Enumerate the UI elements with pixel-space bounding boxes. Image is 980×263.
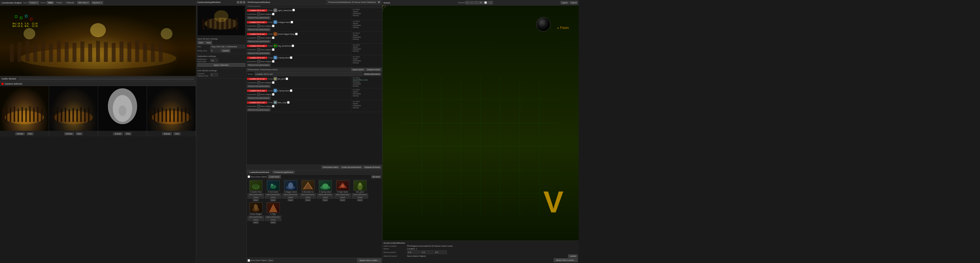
unload-btn-7[interactable]: Unload [352, 196, 368, 199]
url-input[interactable] [210, 45, 245, 48]
camera-thumb-img-3[interactable] [98, 86, 147, 131]
prefab-checkbox-1[interactable] [293, 9, 295, 11]
bottom-select-btn[interactable]: Select [268, 259, 274, 262]
add-to-perf-btn-3[interactable]: Add to performance [282, 193, 299, 196]
window-close[interactable]: × [243, 1, 245, 3]
unload-btn-9[interactable]: Unload [265, 218, 281, 221]
unload-btn-8[interactable]: Unload [248, 218, 264, 221]
delete-perf-btn[interactable]: Delete performance [363, 73, 381, 75]
tool-1[interactable]: ⬚ [465, 1, 469, 4]
by-name-btn[interactable]: By Name [371, 175, 381, 178]
select-btn-7[interactable]: Select [357, 199, 363, 201]
scene-viewport[interactable]: V Y X -X [382, 6, 579, 241]
inst-check-1[interactable] [272, 13, 275, 15]
tool-6[interactable]: ⬛ [488, 1, 493, 4]
sub-inst-check-3[interactable] [272, 105, 275, 107]
spawn-new-location-btn[interactable]: Spawn New Locatio... [357, 258, 381, 262]
remove-btn-1[interactable]: Remove from performance [247, 16, 270, 19]
camera-3-view[interactable]: View [124, 132, 131, 135]
remove-btn-4[interactable]: Remove from performance [247, 52, 270, 54]
window-maximize[interactable]: □ [240, 1, 242, 3]
unload-btn-6[interactable]: Unload [334, 196, 351, 199]
despawn-assets-btn[interactable]: Despawn assets [366, 68, 381, 71]
ref-point-input[interactable] [210, 59, 218, 62]
spawn-assets-btn[interactable]: Spawn assets [351, 68, 365, 71]
remove-btn-2[interactable]: Remove from performance [247, 28, 270, 31]
prefab-checkbox-3[interactable] [295, 33, 298, 35]
footer-perf-name-btn[interactable]: Performance Name [321, 166, 339, 169]
create-new-perf-btn[interactable]: Create new performance [340, 166, 362, 169]
camera-4-activate[interactable]: Activate [162, 132, 172, 135]
add-to-perf-btn-6[interactable]: Add to performance [334, 193, 351, 196]
perf-db-selector[interactable]: ProducerAssetDatabase2 (Producer Asset D… [326, 0, 381, 4]
bottom-none-checkbox[interactable] [248, 259, 250, 262]
unload-btn-4[interactable]: Unload [300, 196, 316, 199]
window-minimize[interactable]: - [237, 1, 239, 3]
fading-input[interactable] [210, 73, 218, 77]
add-to-perf-btn-7[interactable]: Add to performance [352, 193, 368, 196]
sub-remove-btn-3[interactable]: Remove from performance [247, 108, 270, 111]
camera-2-view[interactable]: View [76, 132, 83, 135]
sub-inst-check-2[interactable] [272, 93, 275, 96]
world-z-input[interactable] [434, 250, 447, 254]
sub-prefab-check-1[interactable] [286, 78, 288, 80]
equirect-btn[interactable]: Equirect [91, 1, 103, 4]
camera-3-activate[interactable]: Activate [113, 132, 123, 135]
prefab-checkbox-4[interactable] [292, 45, 294, 47]
camera-thumb-img-4[interactable] [147, 86, 196, 131]
prefab-checkbox-2[interactable] [291, 21, 293, 23]
despawn-all-btn[interactable]: Despawn All Assets [363, 166, 381, 169]
unload-btn-3[interactable]: Unload [282, 196, 299, 199]
sub-prefab-check-2[interactable] [290, 89, 293, 92]
select-btn-1[interactable]: Select [253, 199, 259, 201]
camera-2-activate[interactable]: Activate [64, 132, 74, 135]
inst-check-2[interactable] [272, 25, 275, 27]
sub-inst-check-1[interactable] [272, 81, 275, 84]
input-dropdown[interactable]: Output [29, 1, 39, 4]
add-to-perf-btn-9[interactable]: Add to performance [265, 216, 281, 218]
select-btn-9[interactable]: Select [270, 221, 276, 224]
add-to-perf-btn-1[interactable]: Add to performance [248, 193, 264, 196]
camera-1-view[interactable]: View [27, 132, 33, 135]
update-btn[interactable]: Update [221, 49, 231, 53]
add-to-perf-btn-5[interactable]: Add to performance [317, 193, 333, 196]
select-btn-6[interactable]: Select [340, 199, 345, 201]
unload-btn-5[interactable]: Unload [317, 196, 333, 199]
camera-thumb-img-1[interactable] [0, 86, 49, 131]
producer-log-tab[interactable]: ProducerLogWindow [272, 171, 294, 174]
inst-check-5[interactable] [272, 60, 275, 63]
camera-4-view[interactable]: View [173, 132, 180, 135]
sub-remove-btn-1[interactable]: Remove from performance [247, 85, 270, 88]
unload-btn-1[interactable]: Unload [248, 196, 264, 199]
world-x-input[interactable] [407, 250, 420, 254]
tool-4[interactable]: ⟳ [479, 1, 483, 4]
tool-2[interactable]: ↔ [470, 1, 474, 4]
add-to-perf-btn-4[interactable]: Add to performance [300, 193, 316, 196]
sub-prefab-check-3[interactable] [287, 101, 290, 104]
camera-thumb-img-2[interactable] [49, 86, 98, 131]
loaded-assets-tab[interactable]: LoadedAssetsWindow [248, 171, 271, 174]
select-btn-3[interactable]: Select [288, 199, 293, 201]
sub-remove-btn-2[interactable]: Remove from performance [247, 97, 270, 99]
unload-btn-2[interactable]: Unload [265, 196, 281, 199]
layout-btn[interactable]: Layout [570, 1, 578, 4]
focus-btn[interactable]: Focus [55, 1, 64, 4]
camera-1-activate[interactable]: Activate [15, 132, 25, 135]
remove-btn-5[interactable]: Remove from performance [247, 64, 270, 67]
select-btn-2[interactable]: Select [270, 199, 276, 201]
view-360-btn[interactable]: 360 View [77, 1, 90, 4]
select-btn-4[interactable]: Select [305, 199, 311, 201]
add-to-perf-btn-2[interactable]: Add to performance [265, 193, 281, 196]
world-y-input[interactable] [421, 250, 433, 254]
start-btn[interactable]: Start [197, 41, 205, 44]
perf-name-input[interactable] [255, 72, 362, 76]
none-game-obj-checkbox[interactable] [248, 175, 250, 178]
delay-input[interactable] [210, 49, 220, 53]
inst-check-3[interactable] [272, 37, 275, 39]
remove-btn-3[interactable]: Remove from performance [247, 40, 270, 43]
tool-5[interactable]: ⬜ [483, 1, 488, 4]
stop-btn[interactable]: Stop [205, 41, 212, 44]
view-btn[interactable]: View [46, 1, 54, 4]
layers-btn[interactable]: Layers [561, 1, 569, 4]
apply-calibration-btn[interactable]: Apply Calibration [197, 63, 245, 67]
